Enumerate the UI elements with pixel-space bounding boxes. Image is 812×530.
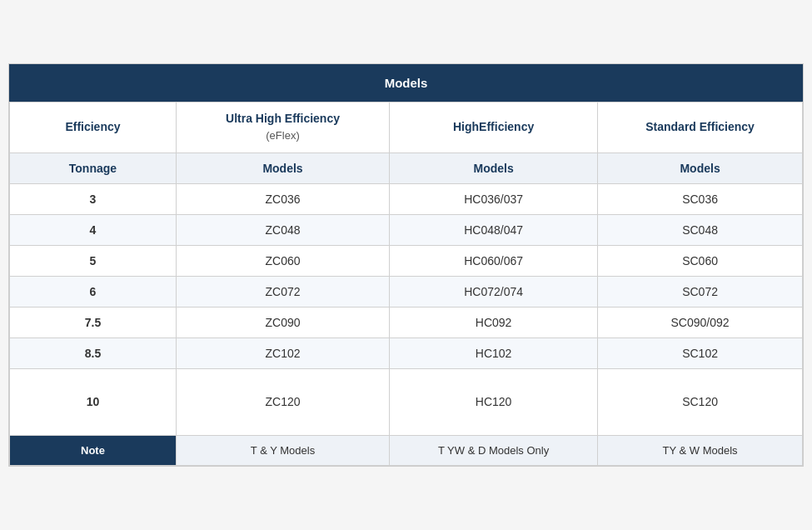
ultra-value: ZC048 [176,214,389,245]
standard-value: SC090/092 [598,307,803,338]
ultra-high-header: Ultra High Efficiency (eFlex) [176,102,389,152]
models-subheader-2: Models [390,152,598,183]
high-value: HC060/067 [390,245,598,276]
note-ultra: T & Y Models [176,435,389,465]
ultra-value: ZC102 [176,338,389,368]
standard-value: SC060 [598,245,803,276]
tonnage-value: 6 [10,276,177,307]
standard-value: SC120 [598,368,803,435]
standard-value: SC036 [598,183,803,214]
table-row: 7.5 ZC090 HC092 SC090/092 [10,307,803,338]
table-row: 4 ZC048 HC048/047 SC048 [10,214,803,245]
table-row: 8.5 ZC102 HC102 SC102 [10,338,803,368]
efficiency-label: Efficiency [10,102,177,152]
ultra-value: ZC120 [176,368,389,435]
standard-value: SC072 [598,276,803,307]
table-title: Models [9,64,803,102]
tonnage-value: 3 [10,183,177,214]
table-row: 5 ZC060 HC060/067 SC060 [10,245,803,276]
table-row: 10 ZC120 HC120 SC120 [10,368,803,435]
tonnage-value: 10 [10,368,177,435]
high-efficiency-header: HighEfficiency [390,102,598,152]
table-row: 6 ZC072 HC072/074 SC072 [10,276,803,307]
high-value: HC120 [390,368,598,435]
tonnage-value: 4 [10,214,177,245]
ultra-value: ZC090 [176,307,389,338]
high-value: HC048/047 [390,214,598,245]
tonnage-label: Tonnage [10,152,177,183]
note-label: Note [10,435,177,465]
high-value: HC102 [390,338,598,368]
tonnage-value: 5 [10,245,177,276]
high-value: HC036/037 [390,183,598,214]
table-row: 3 ZC036 HC036/037 SC036 [10,183,803,214]
ultra-value: ZC036 [176,183,389,214]
ultra-value: ZC072 [176,276,389,307]
high-value: HC092 [390,307,598,338]
note-standard: TY & W Models [598,435,803,465]
note-high: T YW & D Models Only [390,435,598,465]
tonnage-value: 7.5 [10,307,177,338]
ultra-value: ZC060 [176,245,389,276]
standard-value: SC102 [598,338,803,368]
models-subheader-1: Models [176,152,389,183]
ultra-high-label: Ultra High Efficiency [226,112,340,125]
standard-efficiency-header: Standard Efficiency [598,102,803,152]
ultra-high-sub: (eFlex) [266,129,299,142]
high-value: HC072/074 [390,276,598,307]
models-table: Models Efficiency Ultra High Efficiency … [8,63,804,466]
tonnage-value: 8.5 [10,338,177,368]
models-subheader-3: Models [598,152,803,183]
standard-value: SC048 [598,214,803,245]
